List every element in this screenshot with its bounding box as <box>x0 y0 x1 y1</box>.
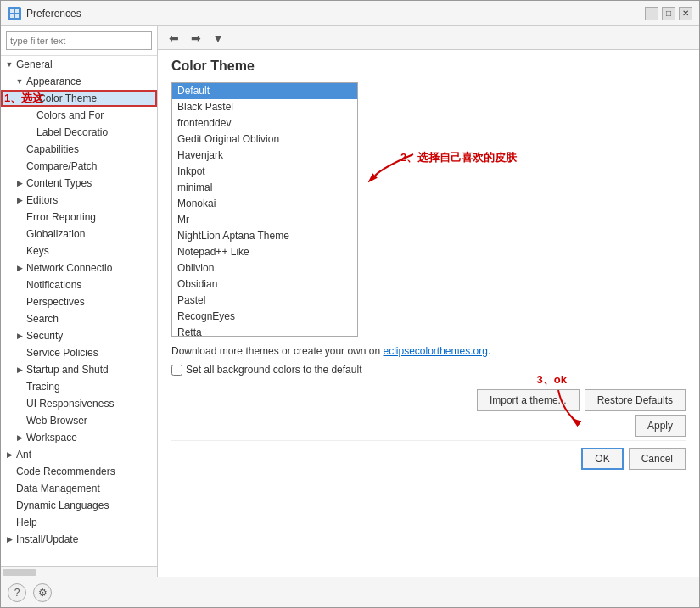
tree-item-security[interactable]: ▶Security <box>1 327 157 344</box>
tree-label-ui-responsiveness: UI Responsiveness <box>26 395 114 412</box>
tree-item-color-theme[interactable]: Color Theme1、选这 <box>1 90 157 107</box>
tree-arrow-editors: ▶ <box>14 195 25 205</box>
tree-item-data-management[interactable]: Data Management <box>1 480 157 497</box>
theme-item-inkpot[interactable]: Inkpot <box>172 164 357 180</box>
theme-item-obsidian[interactable]: Obsidian <box>172 276 357 293</box>
minimize-button[interactable]: — <box>645 7 658 20</box>
tree-item-content-types[interactable]: ▶Content Types <box>1 175 157 192</box>
tree-label-ant: Ant <box>16 446 31 463</box>
tree-item-install-update[interactable]: ▶Install/Update <box>1 531 157 548</box>
left-panel: ▼General▼AppearanceColor Theme1、选这 Color… <box>1 26 158 577</box>
theme-item-retta[interactable]: Retta <box>172 325 357 337</box>
theme-item-monokai[interactable]: Monokai <box>172 196 357 212</box>
theme-item-havenjark[interactable]: Havenjark <box>172 148 357 164</box>
back-button[interactable]: ⬅ <box>165 29 183 47</box>
tree-item-service-policies[interactable]: Service Policies <box>1 344 157 361</box>
tree-label-search: Search <box>26 310 59 327</box>
cancel-button[interactable]: Cancel <box>629 448 686 470</box>
import-button[interactable]: Import a theme... <box>477 389 580 411</box>
close-button[interactable]: ✕ <box>679 7 692 20</box>
ok-cancel-row: OK Cancel <box>171 440 686 478</box>
tree-item-ui-responsiveness[interactable]: UI Responsiveness <box>1 395 157 412</box>
dropdown-button[interactable]: ▼ <box>209 29 227 47</box>
tree-arrow-install-update: ▶ <box>4 534 14 544</box>
tree-item-startup-shutdown[interactable]: ▶Startup and Shutd <box>1 361 157 378</box>
search-input[interactable] <box>6 31 152 50</box>
tree-item-appearance[interactable]: ▼Appearance <box>1 73 157 90</box>
tree-item-web-browser[interactable]: Web Browser <box>1 412 157 429</box>
set-background-checkbox[interactable] <box>171 365 182 376</box>
tree-item-notifications[interactable]: Notifications <box>1 276 157 293</box>
svg-rect-1 <box>15 9 19 13</box>
help-button[interactable]: ? <box>8 583 26 602</box>
horizontal-scrollbar[interactable] <box>1 566 157 577</box>
tree-item-ant[interactable]: ▶Ant <box>1 446 157 463</box>
tree-label-help: Help <box>16 514 37 531</box>
tree-item-error-reporting[interactable]: Error Reporting <box>1 209 157 226</box>
apply-row: Apply 3、ok <box>171 415 686 437</box>
window-icon <box>8 7 21 20</box>
svg-rect-3 <box>15 14 19 18</box>
tree-label-service-policies: Service Policies <box>26 344 98 361</box>
theme-item-oblivion[interactable]: Oblivion <box>172 260 357 276</box>
tree-label-startup-shutdown: Startup and Shutd <box>26 361 109 378</box>
tree-label-notifications: Notifications <box>26 276 81 293</box>
theme-item-nightlion-aptana-theme[interactable]: NightLion Aptana Theme <box>172 228 357 244</box>
tree-item-colors-fonts[interactable]: Colors and For <box>1 107 157 124</box>
tree-item-keys[interactable]: Keys <box>1 243 157 259</box>
theme-item-black-pastel[interactable]: Black Pastel <box>172 99 357 115</box>
tree-item-dynamic-languages[interactable]: Dynamic Languages <box>1 497 157 514</box>
tree-label-network-connections: Network Connectio <box>26 259 112 276</box>
tree-label-editors: Editors <box>26 192 58 209</box>
tree-item-perspectives[interactable]: Perspectives <box>1 293 157 310</box>
tree-label-perspectives: Perspectives <box>26 293 85 310</box>
title-bar: Preferences — □ ✕ <box>1 1 699 26</box>
tree-label-dynamic-languages: Dynamic Languages <box>16 497 109 514</box>
tree-item-tracing[interactable]: Tracing <box>1 378 157 395</box>
tree-item-network-connections[interactable]: ▶Network Connectio <box>1 259 157 276</box>
tree-item-globalization[interactable]: Globalization <box>1 226 157 243</box>
right-panel: ⬅ ➡ ▼ Color Theme DefaultBlack Pastelfro… <box>158 26 699 577</box>
tree-item-code-recommenders[interactable]: Code Recommenders <box>1 463 157 480</box>
settings-button[interactable]: ⚙ <box>33 583 52 602</box>
theme-item-gedit-original-oblivion[interactable]: Gedit Original Oblivion <box>172 131 357 148</box>
tree-arrow-content-types: ▶ <box>14 178 25 188</box>
theme-list[interactable]: DefaultBlack PastelfrontenddevGedit Orig… <box>171 82 358 337</box>
theme-item-notepad++-like[interactable]: Notepad++ Like <box>172 244 357 260</box>
tree-item-label-decorations[interactable]: Label Decoratio <box>1 124 157 141</box>
preferences-window: Preferences — □ ✕ ▼General▼AppearanceCol… <box>0 0 700 608</box>
svg-rect-0 <box>10 9 14 13</box>
tree-item-workspace[interactable]: ▶Workspace <box>1 429 157 446</box>
ok-button[interactable]: OK <box>581 448 623 470</box>
download-text: Download more themes or create your own … <box>171 345 686 357</box>
maximize-button[interactable]: □ <box>662 7 675 20</box>
tree-arrow-startup-shutdown: ▶ <box>14 365 25 375</box>
tree-item-search[interactable]: Search <box>1 310 157 327</box>
theme-item-recogneyes[interactable]: RecognEyes <box>172 309 357 325</box>
right-toolbar: ⬅ ➡ ▼ <box>158 26 699 50</box>
tree-label-security: Security <box>26 327 63 344</box>
tree-label-code-recommenders: Code Recommenders <box>16 463 115 480</box>
forward-button[interactable]: ➡ <box>187 29 205 47</box>
theme-item-pastel[interactable]: Pastel <box>172 293 357 309</box>
apply-button[interactable]: Apply <box>635 415 686 437</box>
theme-item-minimal[interactable]: minimal <box>172 180 357 196</box>
preference-tree: ▼General▼AppearanceColor Theme1、选这 Color… <box>1 56 157 566</box>
tree-label-tracing: Tracing <box>26 378 60 395</box>
tree-label-install-update: Install/Update <box>16 531 78 548</box>
tree-item-help[interactable]: Help <box>1 514 157 531</box>
tree-label-error-reporting: Error Reporting <box>26 209 96 226</box>
tree-item-compare-patch[interactable]: Compare/Patch <box>1 158 157 175</box>
tree-item-general[interactable]: ▼General <box>1 56 157 73</box>
tree-item-capabilities[interactable]: Capabilities <box>1 141 157 158</box>
theme-item-default[interactable]: Default <box>172 83 357 99</box>
tree-label-content-types: Content Types <box>26 175 92 192</box>
tree-item-editors[interactable]: ▶Editors <box>1 192 157 209</box>
tree-arrow-appearance: ▼ <box>14 76 25 86</box>
theme-item-frontenddev[interactable]: frontenddev <box>172 115 357 131</box>
arrow-step2 <box>367 150 417 184</box>
restore-defaults-button[interactable]: Restore Defaults <box>585 389 686 411</box>
tree-label-compare-patch: Compare/Patch <box>26 158 97 175</box>
theme-item-mr[interactable]: Mr <box>172 212 357 228</box>
download-link[interactable]: eclipsecolorthemes.org <box>383 345 487 357</box>
